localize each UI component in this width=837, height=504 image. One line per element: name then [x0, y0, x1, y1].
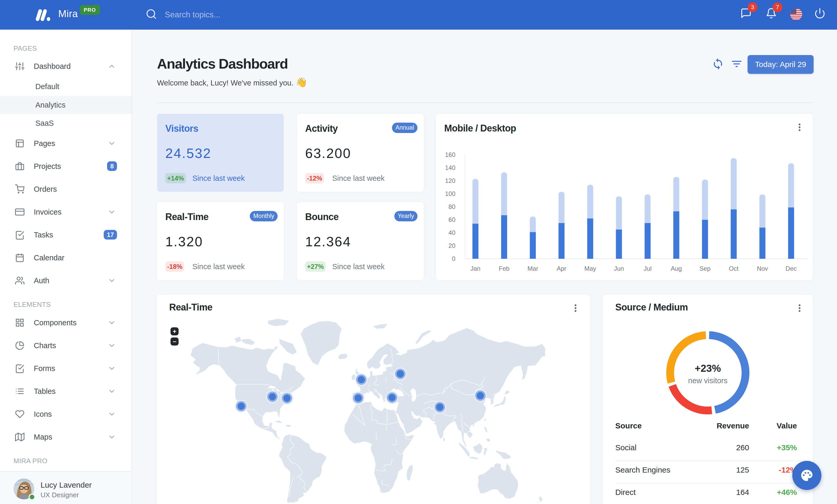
svg-text:100: 100	[445, 190, 456, 197]
svg-text:Dec: Dec	[785, 265, 797, 272]
svg-text:20: 20	[448, 242, 456, 249]
svg-text:120: 120	[445, 177, 456, 184]
svg-text:May: May	[584, 265, 596, 272]
svg-text:Jan: Jan	[470, 265, 481, 272]
svg-text:Apr: Apr	[557, 265, 566, 272]
svg-text:Aug: Aug	[671, 265, 682, 272]
svg-text:140: 140	[445, 164, 456, 171]
svg-text:Oct: Oct	[729, 265, 739, 272]
svg-text:Jul: Jul	[644, 265, 652, 272]
svg-text:Feb: Feb	[499, 265, 510, 272]
svg-text:80: 80	[448, 203, 456, 210]
svg-text:Mar: Mar	[528, 265, 538, 272]
svg-text:60: 60	[448, 216, 456, 223]
svg-text:160: 160	[445, 151, 456, 158]
svg-text:Jun: Jun	[614, 265, 624, 272]
svg-text:0: 0	[452, 255, 456, 262]
svg-text:Sep: Sep	[699, 265, 711, 272]
svg-text:40: 40	[448, 229, 456, 236]
svg-text:Nov: Nov	[757, 265, 768, 272]
